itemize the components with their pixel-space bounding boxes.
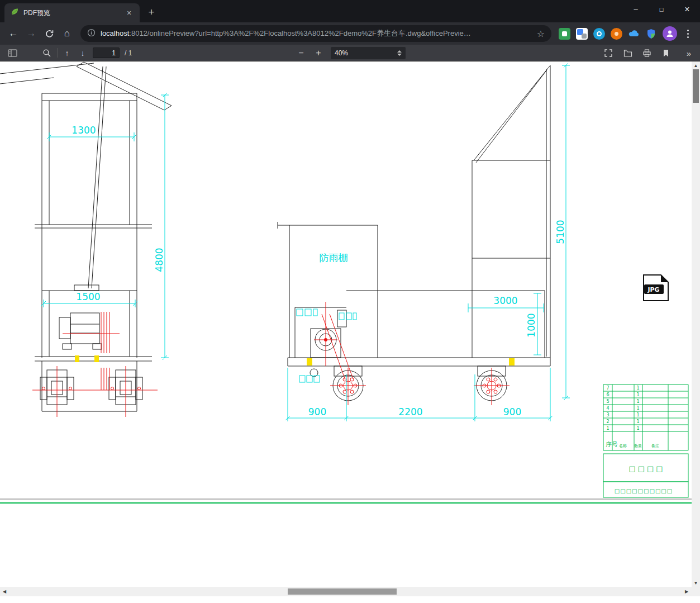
cloud-extension-icon[interactable] bbox=[628, 28, 640, 40]
bom-row-qty: 1 bbox=[636, 392, 639, 397]
close-button[interactable]: × bbox=[674, 0, 700, 18]
address-bar[interactable]: localhost:8012/onlinePreview?url=http%3A… bbox=[80, 25, 551, 42]
front-view: 1300 4800 1500 bbox=[0, 62, 172, 417]
browser-tab[interactable]: PDF预览 × bbox=[4, 3, 140, 22]
bom-row-num: 6 bbox=[606, 392, 609, 397]
rain-shelter-label: 防雨棚 bbox=[320, 252, 348, 263]
bom-row-num: 4 bbox=[606, 406, 609, 411]
dim-2200-label: 2200 bbox=[398, 406, 422, 417]
dim-900-right-label: 900 bbox=[503, 406, 521, 417]
url-host: localhost bbox=[101, 29, 129, 37]
next-page-button[interactable]: ↓ bbox=[76, 46, 89, 60]
zoom-value: 40% bbox=[335, 49, 348, 57]
window-controls: – □ × bbox=[623, 0, 700, 18]
side-view: 防雨棚 bbox=[278, 63, 570, 421]
dim-4800-label: 4800 bbox=[154, 248, 165, 272]
bookmark-button[interactable] bbox=[659, 46, 673, 60]
cad-drawing: 1300 4800 1500 防雨棚 bbox=[0, 61, 692, 587]
extension-icon-1[interactable] bbox=[559, 28, 570, 40]
extension-icon-3[interactable] bbox=[611, 28, 622, 40]
scroll-left-icon[interactable]: ◀ bbox=[0, 587, 9, 596]
page-number-input[interactable] bbox=[93, 48, 120, 58]
dim-1500-label: 1500 bbox=[76, 291, 100, 302]
horizontal-scrollbar[interactable]: ◀ ▶ bbox=[0, 587, 700, 596]
tab-close-icon[interactable]: × bbox=[124, 8, 134, 18]
more-tools-button[interactable]: » bbox=[682, 46, 696, 60]
bom-row-qty: 1 bbox=[636, 406, 639, 411]
back-button[interactable]: ← bbox=[6, 26, 21, 41]
tab-title: PDF预览 bbox=[23, 8, 124, 18]
bom-header-seq: 序号 bbox=[606, 441, 618, 448]
presentation-mode-button[interactable] bbox=[602, 46, 615, 60]
url-text: localhost:8012/onlinePreview?url=http%3A… bbox=[101, 29, 532, 39]
pdf-toolbar: ↑ ↓ / 1 − + 40% » bbox=[0, 45, 700, 61]
bom-row-qty: 1 bbox=[636, 412, 639, 417]
zoom-in-button[interactable]: + bbox=[312, 46, 325, 60]
bom-header-qty: 数量 bbox=[634, 444, 642, 448]
dim-900-left-label: 900 bbox=[308, 406, 326, 417]
spring-leaf-favicon bbox=[10, 7, 19, 18]
jpg-file-icon: JPG bbox=[644, 275, 668, 301]
maximize-button[interactable]: □ bbox=[649, 0, 674, 18]
dim-1000-label: 1000 bbox=[526, 313, 537, 337]
site-info-icon[interactable] bbox=[87, 29, 96, 39]
dim-5100-label: 5100 bbox=[555, 220, 566, 244]
forward-button[interactable]: → bbox=[23, 26, 39, 41]
horizontal-scrollbar-thumb[interactable] bbox=[288, 588, 397, 595]
translate-extension-icon[interactable] bbox=[576, 28, 588, 40]
pdf-page-viewer: 1300 4800 1500 防雨棚 bbox=[0, 61, 700, 603]
bom-row-qty: 1 bbox=[636, 386, 639, 391]
bom-row-num: 2 bbox=[606, 419, 609, 424]
browser-navbar: ← → ⌂ localhost:8012/onlinePreview?url=h… bbox=[0, 22, 700, 45]
profile-avatar[interactable] bbox=[663, 26, 677, 41]
window-titlebar: PDF预览 × + – □ × bbox=[0, 0, 700, 22]
scroll-right-icon[interactable]: ▶ bbox=[682, 587, 691, 596]
bom-row-qty: 1 bbox=[636, 399, 639, 404]
previous-page-button[interactable]: ↑ bbox=[60, 46, 74, 60]
minimize-button[interactable]: – bbox=[623, 0, 649, 18]
extensions-area bbox=[556, 26, 696, 41]
page-count-label: / 1 bbox=[125, 49, 132, 57]
sidebar-toggle-button[interactable] bbox=[6, 46, 19, 60]
vertical-scrollbar-thumb[interactable] bbox=[693, 69, 699, 103]
url-path: :8012/onlinePreview?url=http%3A%2F%2Floc… bbox=[129, 29, 470, 37]
refresh-button[interactable] bbox=[41, 26, 57, 41]
bookmark-star-icon[interactable]: ☆ bbox=[537, 29, 545, 39]
scroll-up-icon[interactable]: ▲ bbox=[692, 61, 700, 69]
bom-row-num: 5 bbox=[606, 399, 609, 404]
zoom-out-button[interactable]: − bbox=[294, 46, 308, 60]
select-spinner-icon bbox=[397, 50, 402, 56]
new-tab-button[interactable]: + bbox=[144, 5, 159, 20]
bom-row-num: 7 bbox=[606, 386, 609, 391]
extension-icon-2[interactable] bbox=[593, 28, 605, 40]
bom-header-note: 备注 bbox=[651, 443, 659, 448]
bom-row-qty: 1 bbox=[636, 419, 639, 424]
bom-row-num: 1 bbox=[606, 426, 609, 431]
jpg-badge-label: JPG bbox=[647, 286, 659, 293]
scroll-down-icon[interactable]: ▼ bbox=[692, 579, 700, 587]
title-block-table: 7 6 5 4 3 2 1 1 1 1 1 1 1 1 序号 名称 数量 备注 … bbox=[603, 384, 688, 497]
bom-row-num: 3 bbox=[606, 412, 609, 417]
dim-1300-label: 1300 bbox=[72, 125, 96, 136]
dim-3000-label: 3000 bbox=[493, 295, 517, 306]
browser-menu-button[interactable] bbox=[683, 28, 692, 40]
search-icon[interactable] bbox=[40, 46, 54, 60]
open-file-button[interactable] bbox=[621, 46, 635, 60]
bom-header-name: 名称 bbox=[619, 444, 627, 448]
home-button[interactable]: ⌂ bbox=[59, 26, 75, 41]
zoom-select[interactable]: 40% bbox=[331, 47, 406, 59]
sheet-border bbox=[0, 499, 692, 503]
vertical-scrollbar[interactable]: ▲ ▼ bbox=[692, 61, 700, 587]
title-block-bottom-text: □□□□□□□□□□ bbox=[615, 488, 673, 494]
toolbar-separator bbox=[58, 48, 58, 58]
title-block-doc-title: □□□□ bbox=[628, 464, 665, 473]
shield-extension-icon[interactable] bbox=[645, 28, 657, 40]
print-button[interactable] bbox=[640, 46, 654, 60]
bom-row-qty: 1 bbox=[636, 426, 639, 431]
